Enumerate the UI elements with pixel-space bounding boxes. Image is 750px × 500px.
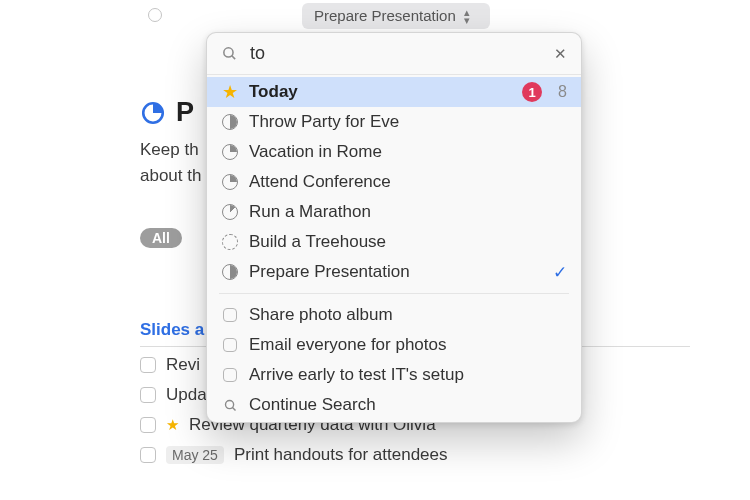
progress-dashed-icon bbox=[222, 234, 238, 250]
result-row[interactable]: Run a Marathon bbox=[207, 197, 581, 227]
result-title: Share photo album bbox=[249, 305, 567, 325]
search-input[interactable] bbox=[248, 42, 544, 65]
search-icon bbox=[223, 398, 238, 413]
section-heading-link[interactable]: Slides a bbox=[140, 320, 204, 340]
todo-box-icon bbox=[223, 308, 237, 322]
result-title: Build a Treehouse bbox=[249, 232, 567, 252]
task-row[interactable]: May 25Print handouts for attendees bbox=[140, 445, 690, 465]
results-divider bbox=[219, 293, 569, 294]
svg-point-1 bbox=[224, 48, 233, 57]
progress-half-icon bbox=[222, 114, 238, 130]
task-title: Print handouts for attendees bbox=[234, 445, 448, 465]
project-chip[interactable]: Prepare Presentation ▴▾ bbox=[302, 3, 490, 29]
result-row[interactable]: ★Today18 bbox=[207, 77, 581, 107]
task-checkbox[interactable] bbox=[140, 417, 156, 433]
due-badge: 1 bbox=[522, 82, 542, 102]
result-row[interactable]: Email everyone for photos bbox=[207, 330, 581, 360]
result-title: Throw Party for Eve bbox=[249, 112, 567, 132]
todo-box-icon bbox=[223, 368, 237, 382]
page-title-row: P bbox=[140, 97, 194, 128]
result-row[interactable]: Prepare Presentation✓ bbox=[207, 257, 581, 287]
project-chip-label: Prepare Presentation bbox=[314, 3, 456, 29]
task-checkbox[interactable] bbox=[140, 357, 156, 373]
results-secondary: Share photo albumEmail everyone for phot… bbox=[207, 298, 581, 422]
search-row: ✕ bbox=[207, 33, 581, 75]
result-title: Today bbox=[249, 82, 512, 102]
result-title: Vacation in Rome bbox=[249, 142, 567, 162]
page-title: P bbox=[176, 97, 194, 128]
result-row[interactable]: Continue Search bbox=[207, 390, 581, 420]
result-title: Attend Conference bbox=[249, 172, 567, 192]
progress-quarter-icon bbox=[222, 144, 238, 160]
result-title: Continue Search bbox=[249, 395, 567, 415]
result-row[interactable]: Share photo album bbox=[207, 300, 581, 330]
filter-all-label: All bbox=[152, 230, 170, 246]
checkmark-icon: ✓ bbox=[553, 262, 567, 283]
quick-open-popover: ✕ ★Today18Throw Party for EveVacation in… bbox=[206, 32, 582, 423]
task-date: May 25 bbox=[166, 446, 224, 464]
svg-line-2 bbox=[232, 56, 235, 59]
result-title: Prepare Presentation bbox=[249, 262, 543, 282]
filter-all-pill[interactable]: All bbox=[140, 228, 182, 248]
result-title: Run a Marathon bbox=[249, 202, 567, 222]
progress-quarter-icon bbox=[222, 174, 238, 190]
search-icon bbox=[221, 45, 238, 62]
project-pie-icon bbox=[140, 100, 166, 126]
results-primary: ★Today18Throw Party for EveVacation in R… bbox=[207, 75, 581, 289]
svg-point-3 bbox=[225, 400, 233, 408]
result-row[interactable]: Vacation in Rome bbox=[207, 137, 581, 167]
progress-half-icon bbox=[222, 264, 238, 280]
progress-eighth-icon bbox=[222, 204, 238, 220]
result-row[interactable]: Build a Treehouse bbox=[207, 227, 581, 257]
item-count: 8 bbox=[558, 83, 567, 101]
task-checkbox[interactable] bbox=[140, 387, 156, 403]
chevron-up-down-icon: ▴▾ bbox=[464, 8, 470, 24]
task-title: Revi bbox=[166, 355, 200, 375]
result-row[interactable]: Arrive early to test IT's setup bbox=[207, 360, 581, 390]
task-checkbox[interactable] bbox=[140, 447, 156, 463]
todo-box-icon bbox=[223, 338, 237, 352]
result-row[interactable]: Attend Conference bbox=[207, 167, 581, 197]
star-icon: ★ bbox=[222, 83, 238, 101]
svg-line-4 bbox=[232, 407, 235, 410]
clear-icon[interactable]: ✕ bbox=[554, 45, 567, 63]
result-title: Email everyone for photos bbox=[249, 335, 567, 355]
result-title: Arrive early to test IT's setup bbox=[249, 365, 567, 385]
star-icon: ★ bbox=[166, 416, 179, 434]
result-row[interactable]: Throw Party for Eve bbox=[207, 107, 581, 137]
new-task-checkbox[interactable] bbox=[148, 8, 162, 22]
